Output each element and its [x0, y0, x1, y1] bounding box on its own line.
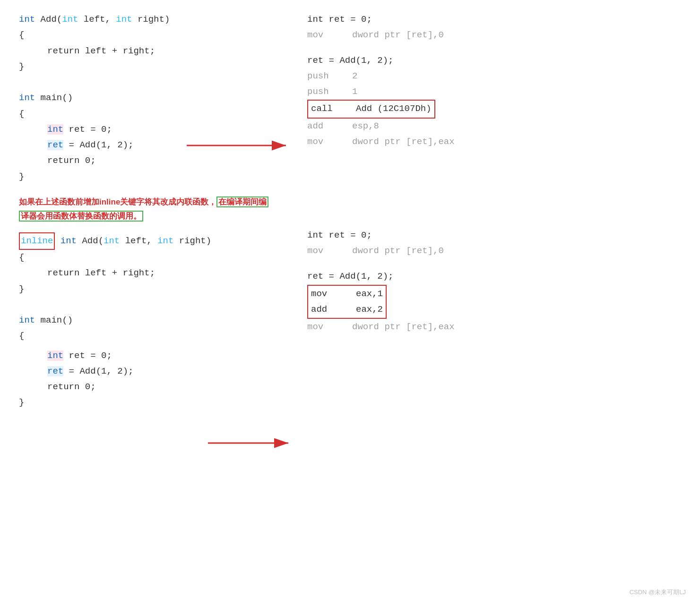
code-add-fn: Add(: [35, 14, 62, 25]
kw-int-l2: int: [104, 236, 120, 246]
main-fn-2: main(): [35, 315, 73, 325]
kw-ret-blue: ret: [47, 140, 63, 150]
anno-text-green-box: 在编译期间编: [216, 196, 268, 207]
ret-decl-2: int ret = 0;: [19, 350, 112, 361]
code-b-3: return left + right;: [19, 265, 288, 281]
kw-int-main: int: [19, 93, 35, 103]
asm-b-op-mov-eax1: mov: [311, 286, 356, 302]
asm-operand-add-esp: esp,8: [352, 119, 379, 134]
asm-b-line-ret-decl: int ret = 0;: [307, 228, 681, 243]
close-brace-3: }: [19, 284, 24, 294]
open-brace-4: {: [19, 331, 24, 341]
open-brace-3: {: [19, 252, 24, 263]
asm-mid-spacer: [307, 150, 681, 228]
kw-int-3: int: [116, 14, 132, 25]
asm-b-line-mov1: mov dword ptr [ret],0: [307, 243, 681, 259]
right-column: int ret = 0; mov dword ptr [ret],0 ret =…: [288, 12, 681, 411]
code-line-5: int main(): [19, 90, 288, 106]
asm-op-add-esp: add: [307, 119, 352, 134]
add-call-2: = Add(1, 2);: [63, 366, 133, 376]
code-line-10: }: [19, 169, 288, 185]
top-asm: int ret = 0; mov dword ptr [ret],0 ret =…: [307, 12, 681, 150]
blank-2: [19, 297, 288, 313]
code-line-9: return 0;: [19, 153, 288, 169]
code-b-7: int ret = 0;: [19, 348, 288, 364]
inline-kw: inline: [21, 236, 53, 246]
code-b-10: }: [19, 395, 288, 410]
code-b-4: }: [19, 282, 288, 297]
code-line-4: }: [19, 59, 288, 75]
return-0-1: return 0;: [19, 155, 96, 166]
close-brace-2: }: [19, 171, 24, 182]
code-left-param: left,: [78, 14, 116, 25]
int-hl-2: int: [47, 350, 63, 361]
asm-b-line-mov-eax1: mov eax,1: [311, 286, 383, 302]
inline-decl-line: inline int Add(int left, int right): [19, 232, 288, 250]
code-b-5: int main(): [19, 313, 288, 328]
kw-int-inline: int: [60, 236, 77, 246]
kw-int-r2: int: [157, 236, 173, 246]
asm-b-line-add-eax2: add eax,2: [311, 302, 383, 317]
asm-b-op-retdecl: int ret = 0;: [307, 228, 372, 243]
code-b-2: {: [19, 250, 288, 265]
asm-line-mov1: mov dword ptr [ret],0: [307, 27, 681, 43]
code-right-param: right): [132, 14, 170, 25]
kw-ret-blue-2: ret: [47, 366, 63, 376]
asm-blank-1: [307, 43, 681, 53]
asm-b-operand-mov-eax1: eax,1: [356, 286, 383, 302]
content-area: int Add(int left, int right) { return le…: [0, 0, 700, 420]
asm-line-call: call Add (12C107Dh): [307, 100, 681, 118]
asm-op-mov-eax: mov: [307, 134, 352, 150]
page-wrapper: int Add(int left, int right) { return le…: [0, 0, 700, 606]
code-line-8: ret = Add(1, 2);: [19, 137, 288, 153]
ret-init-2: ret = 0;: [63, 350, 112, 361]
open-brace-2: {: [19, 109, 24, 119]
asm-line-ret-decl: int ret = 0;: [307, 12, 681, 27]
asm-b-op-add-eax2: add: [311, 302, 356, 317]
asm-b-operand-add-eax2: eax,2: [356, 302, 383, 317]
kw-int-1: int: [19, 14, 35, 25]
return-stmt-2: return left + right;: [19, 268, 155, 278]
ret-hl: ret: [47, 140, 63, 150]
asm-b-blank: [307, 259, 681, 269]
bottom-asm: int ret = 0; mov dword ptr [ret],0 ret =…: [307, 228, 681, 335]
asm-operand-call: Add (12C107Dh): [356, 101, 432, 117]
code-line-2: {: [19, 27, 288, 43]
bottom-left-code: inline int Add(int left, int right) { re…: [19, 232, 288, 411]
asm-operand-mov-eax: dword ptr [ret],eax: [352, 134, 455, 150]
asm-operand-mov1: dword ptr [ret],0: [352, 27, 444, 43]
asm-op-call: call: [311, 101, 356, 117]
asm-op-push2: push: [307, 68, 352, 84]
add-fn-2: Add(: [77, 236, 104, 246]
blank-1: [19, 75, 288, 90]
kw-int-ret-2: int: [47, 350, 63, 361]
close-brace-4: }: [19, 397, 24, 408]
code-b-6: {: [19, 328, 288, 344]
kw-int-main-2: int: [19, 315, 35, 325]
asm-op-retassign: ret = Add(1, 2);: [307, 53, 393, 68]
watermark: CSDN @未来可期LJ: [630, 588, 686, 597]
int-highlight: int: [47, 124, 63, 135]
asm-b-op-mov1: mov: [307, 243, 352, 259]
asm-b-op-retassign: ret = Add(1, 2);: [307, 269, 393, 284]
kw-int-ret: int: [47, 124, 63, 135]
asm-operand-push1: 1: [352, 84, 357, 100]
return-stmt-1: return left + right;: [19, 46, 155, 56]
left-column: int Add(int left, int right) { return le…: [19, 12, 288, 411]
annotation-line-1: 如果在上述函数前增加inline关键字将其改成内联函数，在编译期间编: [19, 195, 288, 210]
asm-line-add-esp: add esp,8: [307, 119, 681, 134]
left-param-2: left,: [120, 236, 157, 246]
asm-b-operand-mov-ret-eax: dword ptr [ret],eax: [352, 319, 455, 335]
right-param-2: right): [173, 236, 211, 246]
return-0-2: return 0;: [19, 382, 96, 392]
main-fn: main(): [35, 93, 73, 103]
open-brace-1: {: [19, 30, 24, 40]
add-call: = Add(1, 2);: [63, 140, 133, 150]
ret-init: ret = 0;: [63, 124, 112, 135]
inline-kw-box: inline: [19, 232, 55, 250]
space-after-inline: [55, 236, 60, 246]
ret-decl: int ret = 0;: [19, 124, 112, 135]
asm-call-box: call Add (12C107Dh): [307, 100, 435, 118]
asm-b-line-ret-assign: ret = Add(1, 2);: [307, 269, 681, 284]
kw-int-2: int: [62, 14, 78, 25]
